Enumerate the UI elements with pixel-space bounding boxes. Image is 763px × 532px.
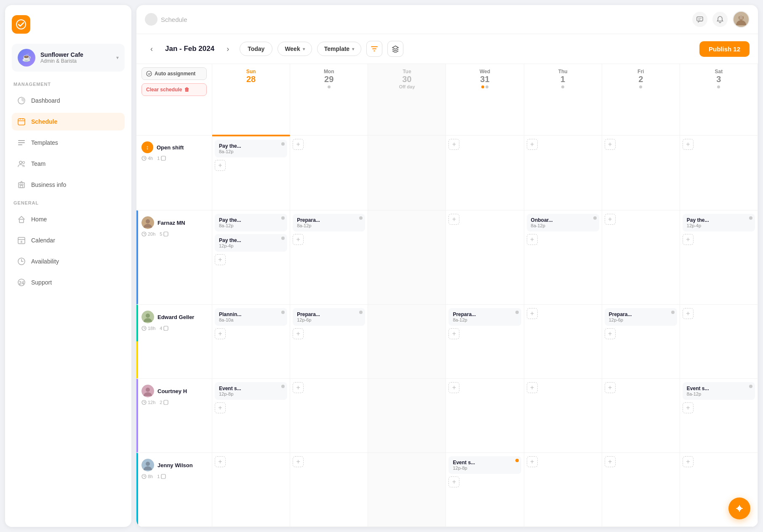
shift-dot — [359, 216, 363, 220]
add-shift-button[interactable]: + — [215, 160, 226, 171]
svg-rect-60 — [739, 505, 740, 507]
fri-day-num: 2 — [606, 74, 676, 84]
sidebar-item-support[interactable]: 24 Support — [12, 274, 125, 291]
team-label: Team — [31, 160, 45, 167]
add-shift-button[interactable]: + — [215, 328, 226, 339]
add-shift-button[interactable]: + — [448, 139, 459, 150]
calendar-icon — [17, 117, 26, 126]
shift-card[interactable]: Event s... 12p-8p — [215, 382, 287, 400]
add-shift-button[interactable]: + — [605, 214, 616, 225]
add-shift-button[interactable]: + — [605, 328, 616, 339]
add-shift-button[interactable]: + — [605, 456, 616, 467]
add-shift-button[interactable]: + — [527, 308, 538, 319]
shift-title: Pay the... — [219, 143, 283, 149]
shift-card[interactable]: Plannin... 8a-10a — [215, 308, 287, 326]
add-shift-button[interactable]: + — [448, 382, 459, 393]
add-shift-button[interactable]: + — [215, 254, 226, 265]
sidebar-item-business[interactable]: Business info — [12, 176, 125, 194]
pie-chart-icon — [17, 96, 26, 105]
shift-card[interactable]: Onboar... 8a-12p — [527, 214, 599, 231]
fab-button[interactable] — [728, 497, 750, 519]
prev-week-button[interactable]: ‹ — [145, 42, 158, 56]
publish-button[interactable]: Publish 12 — [699, 41, 750, 57]
courtney-tue — [368, 379, 446, 453]
shift-card[interactable]: Pay the... 12p-4p — [683, 214, 755, 231]
add-shift-button[interactable]: + — [448, 214, 459, 225]
add-shift-button[interactable]: + — [683, 308, 694, 319]
edward-stats: 18h 4 — [141, 326, 207, 331]
add-shift-button[interactable]: + — [683, 234, 694, 245]
templates-label: Templates — [31, 139, 58, 146]
shift-dot — [281, 237, 285, 240]
shift-title: Event s... — [453, 460, 517, 466]
shift-card[interactable]: Prepara... 12p-6p — [605, 308, 677, 326]
sidebar-item-calendar[interactable]: 8 Calendar — [12, 231, 125, 249]
add-shift-button[interactable]: + — [527, 234, 538, 245]
courtney-count: 2 — [160, 400, 168, 405]
shift-card[interactable]: Pay the... 8a-12p — [215, 140, 287, 157]
sidebar-item-team[interactable]: Team — [12, 155, 125, 173]
auto-assign-button[interactable]: Auto assignment — [141, 67, 207, 80]
shift-title: Onboar... — [531, 217, 595, 223]
add-shift-button[interactable]: + — [293, 456, 304, 467]
shift-title: Prepara... — [609, 311, 673, 317]
sidebar-item-schedule[interactable]: Schedule — [12, 113, 125, 130]
list-icon — [17, 138, 26, 147]
main-card: Schedule — [136, 5, 758, 527]
add-shift-button[interactable]: + — [448, 476, 459, 487]
week-dropdown-button[interactable]: Week ▾ — [277, 42, 312, 56]
template-dropdown-button[interactable]: Template ▾ — [317, 42, 361, 56]
search-area[interactable]: Schedule — [145, 13, 687, 26]
add-shift-button[interactable]: + — [215, 402, 226, 413]
sidebar-item-dashboard[interactable]: Dashboard — [12, 92, 125, 109]
add-shift-button[interactable]: + — [448, 328, 459, 339]
shift-card[interactable]: Pay the... 8a-12p — [215, 214, 287, 231]
shift-card[interactable]: Event s... 12p-8p — [448, 456, 521, 474]
sidebar-item-availability[interactable]: Availability — [12, 253, 125, 270]
jenny-wed: Event s... 12p-8p + — [446, 453, 524, 527]
add-shift-button[interactable]: + — [683, 139, 694, 150]
general-section-label: GENERAL — [12, 197, 125, 207]
add-shift-button[interactable]: + — [527, 139, 538, 150]
add-shift-button[interactable]: + — [293, 139, 304, 150]
add-shift-button[interactable]: + — [605, 139, 616, 150]
workspace-card[interactable]: ☕ Sunflower Cafe Admin & Barista ▾ — [12, 44, 125, 72]
add-shift-button[interactable]: + — [683, 402, 694, 413]
user-avatar-button[interactable] — [733, 11, 750, 28]
fri-day-name: Fri — [638, 69, 644, 74]
messages-button[interactable] — [692, 12, 707, 27]
add-shift-button[interactable]: + — [293, 234, 304, 245]
add-shift-button[interactable]: + — [605, 382, 616, 393]
sidebar-item-templates[interactable]: Templates — [12, 134, 125, 152]
add-shift-button[interactable]: + — [683, 456, 694, 467]
add-shift-button[interactable]: + — [527, 382, 538, 393]
today-button[interactable]: Today — [240, 42, 272, 56]
shift-title: Event s... — [687, 386, 751, 391]
edward-cell: Edward Geller 18h 4 — [136, 305, 212, 379]
courtney-cell: Courtney H 12h 2 — [136, 379, 212, 453]
courtney-stats: 12h 2 — [141, 400, 207, 405]
shift-card[interactable]: Prepara... 12p-6p — [293, 308, 365, 326]
support-icon: 24 — [17, 278, 26, 287]
add-shift-button[interactable]: + — [293, 382, 304, 393]
add-shift-button[interactable]: + — [215, 456, 226, 467]
notifications-button[interactable] — [712, 12, 728, 27]
shift-dot-orange — [515, 459, 519, 462]
add-shift-button[interactable]: + — [527, 456, 538, 467]
layers-button[interactable] — [387, 41, 403, 57]
next-week-button[interactable]: › — [221, 42, 235, 56]
shift-card[interactable]: Prepara... 8a-12p — [448, 308, 521, 326]
shift-card[interactable]: Event s... 8a-12p — [683, 382, 755, 400]
sidebar-item-home[interactable]: Home — [12, 210, 125, 228]
clear-schedule-button[interactable]: Clear schedule 🗑 — [141, 83, 207, 96]
shift-card[interactable]: Prepara... 8a-12p — [293, 214, 365, 231]
filter-button[interactable] — [366, 41, 382, 57]
jenny-mon: + — [290, 453, 368, 527]
shift-card[interactable]: Pay the... 12p-4p — [215, 234, 287, 252]
svg-rect-52 — [164, 400, 168, 404]
add-shift-button[interactable]: + — [293, 328, 304, 339]
shift-title: Prepara... — [453, 311, 517, 317]
logo-area — [12, 12, 125, 40]
home-icon — [17, 215, 26, 224]
date-range-label: Jan - Feb 2024 — [165, 45, 214, 53]
